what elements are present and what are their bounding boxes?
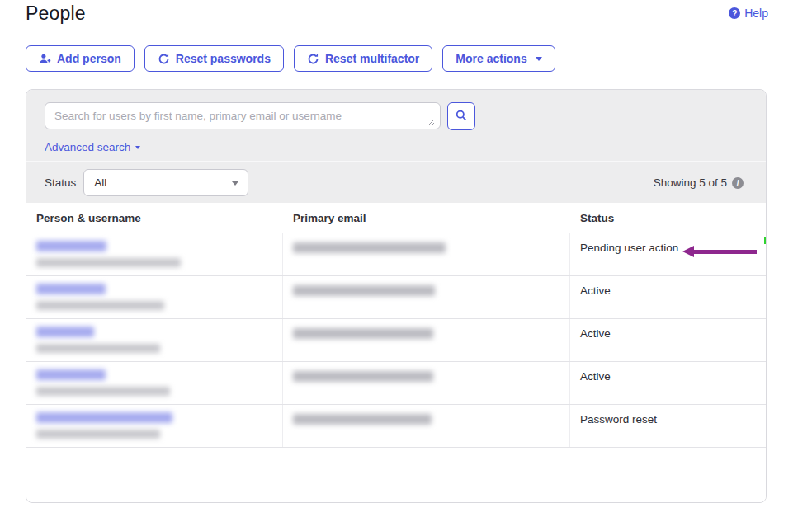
person-add-icon <box>39 53 51 65</box>
person-username-cell <box>26 362 283 404</box>
email-redacted <box>293 328 433 339</box>
refresh-icon <box>158 53 170 65</box>
email-redacted <box>293 285 435 296</box>
caret-down-icon <box>232 181 238 186</box>
primary-email-cell <box>283 233 570 275</box>
add-person-label: Add person <box>57 52 121 65</box>
status-cell: Active <box>570 319 766 361</box>
advanced-search-link[interactable]: Advanced search <box>45 141 140 153</box>
username-redacted <box>36 301 164 310</box>
people-panel: Advanced search Status All Showing 5 of … <box>26 89 767 503</box>
info-icon[interactable]: i <box>732 177 744 189</box>
help-label: Help <box>744 7 768 20</box>
column-header-status: Status <box>570 212 766 224</box>
email-redacted <box>293 414 432 425</box>
status-cell: Active <box>570 362 766 404</box>
filter-section: Status All Showing 5 of 5 i <box>26 161 766 203</box>
status-value: Active <box>580 369 766 383</box>
table-row: Active <box>26 276 766 319</box>
annotation-arrow-icon <box>682 246 757 257</box>
table-header: Person & username Primary email Status <box>26 203 766 233</box>
table-row: Active <box>26 319 766 362</box>
username-redacted <box>36 387 170 396</box>
page-title: People <box>26 2 86 25</box>
column-header-person: Person & username <box>26 212 283 224</box>
help-circle-icon: ? <box>729 7 740 19</box>
status-select-value: All <box>94 176 106 189</box>
more-actions-label: More actions <box>456 52 526 65</box>
reset-passwords-label: Reset passwords <box>176 52 271 65</box>
showing-count: Showing 5 of 5 <box>654 176 727 189</box>
reset-multifactor-button[interactable]: Reset multifactor <box>294 45 432 72</box>
username-redacted <box>36 258 181 267</box>
primary-email-cell <box>283 276 570 318</box>
table-row: Pending user action <box>26 233 766 276</box>
status-cell: Password reset <box>570 405 766 447</box>
refresh-icon <box>307 53 319 65</box>
person-link-redacted[interactable] <box>36 327 94 337</box>
search-section: Advanced search <box>26 90 766 161</box>
status-cell: Pending user action <box>570 233 766 275</box>
status-filter-label: Status <box>45 176 76 189</box>
more-actions-button[interactable]: More actions <box>442 45 555 72</box>
person-link-redacted[interactable] <box>36 241 106 251</box>
table-row: Active <box>26 362 766 405</box>
table-footer <box>26 448 766 502</box>
person-username-cell <box>26 319 283 361</box>
help-link[interactable]: ? Help <box>729 7 768 20</box>
person-link-redacted[interactable] <box>36 369 106 380</box>
column-header-email: Primary email <box>283 212 570 224</box>
person-username-cell <box>26 233 283 275</box>
primary-email-cell <box>283 319 570 361</box>
status-cell: Active <box>570 276 766 318</box>
search-icon <box>455 109 468 125</box>
person-username-cell <box>26 405 283 447</box>
reset-multifactor-label: Reset multifactor <box>325 52 419 65</box>
email-redacted <box>293 242 446 253</box>
reset-passwords-button[interactable]: Reset passwords <box>144 45 284 72</box>
caret-down-icon <box>135 146 140 149</box>
primary-email-cell <box>283 362 570 404</box>
username-redacted <box>36 430 160 439</box>
status-select[interactable]: All <box>83 169 248 196</box>
username-redacted <box>36 344 160 353</box>
person-username-cell <box>26 276 283 318</box>
status-value: Active <box>580 327 766 340</box>
add-person-button[interactable]: Add person <box>26 45 135 72</box>
table-body: Pending user action Active <box>26 233 766 448</box>
caret-down-icon <box>536 57 542 61</box>
annotation-green-mark <box>764 237 767 244</box>
status-value: Password reset <box>580 412 766 425</box>
advanced-search-label: Advanced search <box>45 141 130 153</box>
person-link-redacted[interactable] <box>36 284 106 294</box>
toolbar: Add person Reset passwords Reset multifa… <box>26 45 555 72</box>
status-value: Active <box>580 284 766 297</box>
email-redacted <box>293 371 433 382</box>
search-button[interactable] <box>447 102 475 130</box>
primary-email-cell <box>283 405 570 447</box>
search-input[interactable] <box>45 102 441 129</box>
table-row: Password reset <box>26 405 766 448</box>
person-link-redacted[interactable] <box>36 412 172 423</box>
